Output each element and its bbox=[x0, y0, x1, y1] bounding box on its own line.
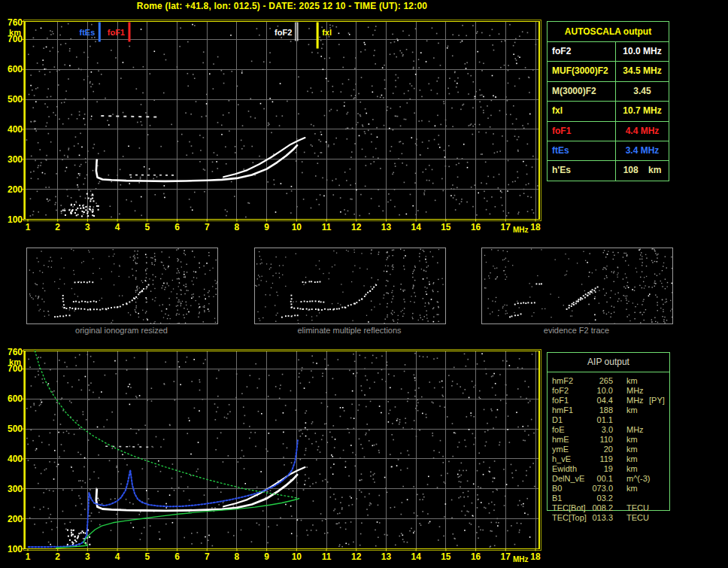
x-tick-label: 2 bbox=[55, 551, 60, 562]
marker-label-foF1: foF1 bbox=[108, 28, 125, 37]
table-row: foF210.0MHz bbox=[547, 386, 682, 396]
parameter-value: 013.3 bbox=[575, 513, 613, 522]
x-tick-label: 6 bbox=[174, 222, 180, 232]
table-row: D101.1 bbox=[547, 415, 682, 425]
parameter-value: m^(-3) bbox=[626, 474, 650, 483]
x-tick-label: 11 bbox=[322, 551, 332, 562]
parameter-name: Ewidth bbox=[552, 464, 577, 473]
parameter-value: km bbox=[626, 464, 638, 473]
x-tick-label: 15 bbox=[441, 551, 451, 562]
parameter-value: TECU bbox=[626, 513, 649, 522]
parameter-value: TECU bbox=[626, 503, 649, 512]
x-tick-label: 18 bbox=[530, 551, 541, 562]
y-tick-label: 300 bbox=[8, 484, 23, 494]
parameter-value: 10.7 MHz bbox=[616, 102, 669, 120]
parameter-value: km bbox=[626, 376, 638, 385]
parameter-value: 19 bbox=[575, 464, 613, 473]
parameter-value: km bbox=[626, 445, 638, 454]
restored-trace bbox=[29, 440, 298, 547]
parameter-value: 3.0 bbox=[575, 425, 613, 434]
y-tick-label: 100 bbox=[8, 214, 23, 225]
parameter-name: hmE bbox=[552, 435, 569, 444]
parameter-name: foF2 bbox=[552, 386, 569, 395]
x-tick-label: 18 bbox=[530, 222, 541, 232]
parameter-value: 265 bbox=[575, 376, 613, 385]
table-row: TEC[Top]013.3TECU bbox=[547, 513, 682, 523]
parameter-name: h_vE bbox=[552, 454, 571, 463]
y-tick-label: 200 bbox=[8, 184, 23, 195]
thumbnail-evidence-f2-trace bbox=[481, 248, 673, 324]
x-tick-label: 8 bbox=[235, 222, 240, 232]
autoscala-output-screen: Rome (lat: +41.8, lon: 012.5) - DATE: 20… bbox=[0, 0, 728, 568]
parameter-name: ftEs bbox=[548, 141, 616, 160]
x-tick-label: 5 bbox=[144, 551, 150, 562]
parameter-value: 00.1 bbox=[575, 474, 613, 483]
parameter-value: 119 bbox=[575, 454, 613, 463]
table-row: MUF(3000)F234.5 MHz bbox=[548, 62, 669, 81]
parameter-value: 04.4 bbox=[575, 396, 613, 405]
parameter-value: km bbox=[626, 435, 638, 444]
autoscala-table: AUTOSCALA output foF210.0 MHzMUF(3000)F2… bbox=[547, 21, 669, 181]
parameter-name: foE bbox=[552, 425, 565, 434]
x-tick-label: 10 bbox=[292, 222, 302, 232]
thumbnail-caption: eliminate multiple reflections bbox=[254, 326, 444, 335]
parameter-value: MHz bbox=[626, 425, 644, 434]
x-tick-label: 12 bbox=[351, 222, 362, 232]
x-tick-label: 1 bbox=[26, 551, 31, 562]
x-tick-label: 13 bbox=[381, 551, 392, 562]
y-tick-label: 500 bbox=[8, 424, 23, 434]
table-row: hmF2265km bbox=[547, 376, 682, 386]
parameter-value: MHz bbox=[626, 396, 644, 405]
y-tick-label: 400 bbox=[8, 124, 23, 135]
x-tick-label: 12 bbox=[351, 551, 362, 562]
thumbnail-eliminate-reflections bbox=[254, 248, 446, 324]
table-row: ftEs3.4 MHz bbox=[548, 141, 669, 161]
table-row: h_vE119km bbox=[547, 454, 682, 464]
parameter-value: km bbox=[626, 454, 638, 463]
x-tick-label: 14 bbox=[411, 222, 421, 232]
table-row: TEC[Bot]008.2TECU bbox=[547, 503, 682, 513]
parameter-value: 4.4 MHz bbox=[616, 122, 669, 141]
parameter-name: ymE bbox=[552, 445, 569, 454]
x-tick-label: 9 bbox=[264, 222, 269, 232]
y-axis-unit: km bbox=[9, 357, 21, 366]
parameter-value: 03.2 bbox=[575, 494, 613, 503]
parameter-value: 10.0 bbox=[575, 386, 613, 395]
y-tick-label: 300 bbox=[8, 154, 23, 165]
parameter-value: 110 bbox=[575, 435, 613, 444]
table-row: foF104.4MHz[PY] bbox=[547, 396, 682, 405]
parameter-value: 188 bbox=[575, 405, 613, 415]
marker-label-foF2: foF2 bbox=[275, 28, 292, 37]
autoscala-table-header: AUTOSCALA output bbox=[548, 22, 669, 42]
x-tick-label: 3 bbox=[85, 551, 90, 562]
parameter-value: 01.1 bbox=[575, 415, 613, 424]
y-tick-label: 100 bbox=[8, 544, 23, 554]
x-tick-label: 7 bbox=[205, 222, 210, 232]
parameter-value: 108 km bbox=[616, 161, 669, 180]
parameter-name: hmF1 bbox=[552, 405, 573, 415]
parameter-name: MUF(3000)F2 bbox=[548, 62, 616, 80]
x-tick-label: 5 bbox=[144, 222, 150, 232]
x-tick-label: 3 bbox=[85, 222, 90, 232]
autoscala-table-body: foF210.0 MHzMUF(3000)F234.5 MHzM(3000)F2… bbox=[548, 42, 669, 181]
x-tick-label: 9 bbox=[264, 551, 269, 562]
thumbnail-original-ionogram bbox=[26, 248, 218, 324]
parameter-name: foF1 bbox=[552, 396, 569, 405]
table-row: hmF1188km bbox=[547, 405, 682, 415]
x-tick-label: 14 bbox=[411, 551, 421, 562]
table-row: foF14.4 MHz bbox=[548, 122, 669, 141]
table-row: foE3.0MHz bbox=[547, 425, 682, 435]
parameter-value: km bbox=[626, 405, 638, 415]
parameter-name: foF2 bbox=[548, 42, 616, 61]
x-tick-label: 4 bbox=[115, 222, 120, 232]
table-row: M(3000)F23.45 bbox=[548, 82, 669, 102]
x-tick-label: 1 bbox=[26, 222, 31, 232]
parameter-value: 10.0 MHz bbox=[616, 42, 669, 61]
parameter-value: 008.2 bbox=[575, 503, 613, 512]
x-tick-label: 16 bbox=[471, 222, 481, 232]
parameter-value: MHz bbox=[626, 386, 644, 395]
table-row: hmE110km bbox=[547, 435, 682, 445]
y-tick-label: 200 bbox=[8, 514, 23, 524]
table-row: B103.2 bbox=[547, 494, 682, 503]
x-axis-unit: MHz bbox=[513, 555, 529, 563]
